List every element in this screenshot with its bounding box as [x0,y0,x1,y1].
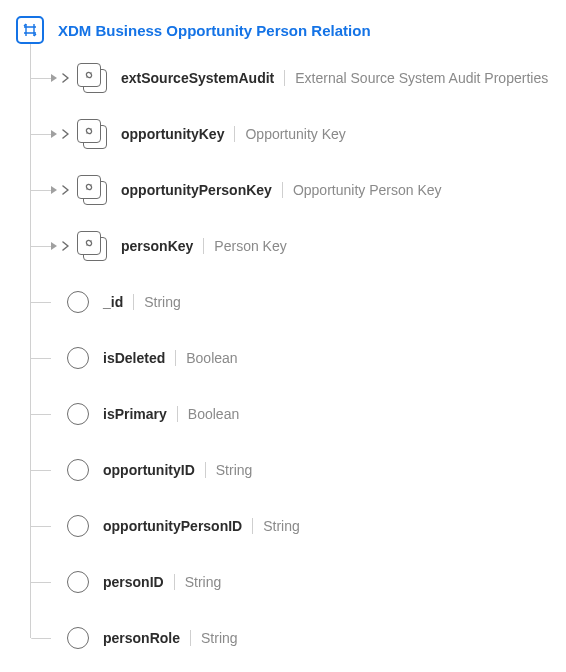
field-name: opportunityPersonKey [121,182,272,198]
svg-point-3 [86,132,88,134]
svg-point-4 [90,128,92,130]
field-row[interactable]: extSourceSystemAudit External Source Sys… [31,50,550,106]
tree-connector [31,106,51,162]
field-type: Boolean [188,406,239,422]
field-row[interactable]: personRole String [31,610,550,666]
expand-chevron-icon[interactable] [61,129,71,139]
expand-chevron-icon[interactable] [61,73,71,83]
svg-point-7 [86,244,88,246]
schema-title: XDM Business Opportunity Person Relation [58,22,371,39]
field-type: External Source System Audit Properties [295,70,548,86]
leaf-icon [67,403,89,425]
divider [282,182,283,198]
arrow-icon [51,242,57,250]
schema-root[interactable]: XDM Business Opportunity Person Relation [16,16,550,44]
divider [203,238,204,254]
field-row[interactable]: _id String [31,274,550,330]
object-icon [77,63,107,93]
divider [133,294,134,310]
field-type: String [185,574,222,590]
field-row[interactable]: personKey Person Key [31,218,550,274]
schema-icon [16,16,44,44]
field-name: opportunityID [103,462,195,478]
arrow-icon [51,130,57,138]
object-icon [77,119,107,149]
divider [177,406,178,422]
leaf-icon [67,515,89,537]
arrow-icon [51,186,57,194]
field-row[interactable]: opportunityPersonKey Opportunity Person … [31,162,550,218]
leaf-icon [67,627,89,649]
divider [205,462,206,478]
field-row[interactable]: personID String [31,554,550,610]
divider [174,574,175,590]
field-name: personRole [103,630,180,646]
field-name: personID [103,574,164,590]
schema-tree: extSourceSystemAudit External Source Sys… [30,44,550,666]
svg-point-6 [90,184,92,186]
leaf-icon [67,291,89,313]
divider [284,70,285,86]
field-type: Person Key [214,238,286,254]
object-icon [77,231,107,261]
tree-connector [31,610,51,666]
tree-connector [31,554,51,610]
arrow-icon [51,74,57,82]
field-name: opportunityPersonID [103,518,242,534]
field-type: Opportunity Person Key [293,182,442,198]
svg-point-2 [90,72,92,74]
tree-connector [31,330,51,386]
divider [175,350,176,366]
divider [190,630,191,646]
tree-connector [31,50,51,106]
field-name: extSourceSystemAudit [121,70,274,86]
field-name: opportunityKey [121,126,224,142]
tree-connector [31,442,51,498]
field-type: String [201,630,238,646]
divider [234,126,235,142]
field-type: String [216,462,253,478]
svg-point-1 [86,76,88,78]
divider [252,518,253,534]
field-type: String [144,294,181,310]
field-row[interactable]: opportunityPersonID String [31,498,550,554]
field-name: _id [103,294,123,310]
svg-point-8 [90,240,92,242]
tree-connector [31,162,51,218]
tree-connector [31,386,51,442]
expand-chevron-icon[interactable] [61,185,71,195]
field-row[interactable]: isPrimary Boolean [31,386,550,442]
expand-chevron-icon[interactable] [61,241,71,251]
field-type: Opportunity Key [245,126,345,142]
tree-connector [31,498,51,554]
field-name: isPrimary [103,406,167,422]
field-type: String [263,518,300,534]
tree-connector [31,218,51,274]
field-type: Boolean [186,350,237,366]
object-icon [77,175,107,205]
field-row[interactable]: opportunityID String [31,442,550,498]
field-row[interactable]: isDeleted Boolean [31,330,550,386]
field-row[interactable]: opportunityKey Opportunity Key [31,106,550,162]
leaf-icon [67,459,89,481]
tree-connector [31,274,51,330]
leaf-icon [67,347,89,369]
svg-point-5 [86,188,88,190]
field-name: personKey [121,238,193,254]
leaf-icon [67,571,89,593]
field-name: isDeleted [103,350,165,366]
